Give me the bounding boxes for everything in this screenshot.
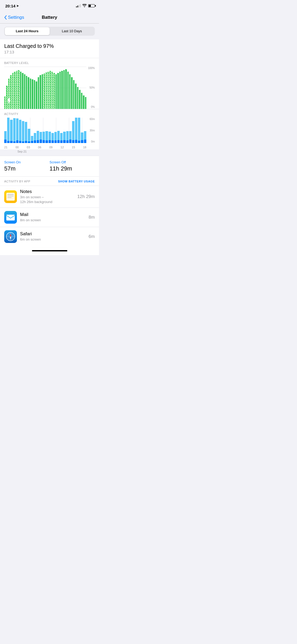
activity-bar-dark	[49, 140, 51, 143]
activity-bar-light	[22, 121, 24, 141]
safari-app-info: Safari 6m on screen	[20, 231, 85, 242]
screen-stats: Screen On 57m Screen Off 11h 29m	[0, 156, 99, 176]
activity-bar-light	[45, 131, 48, 140]
activity-bar-dark	[66, 140, 69, 143]
activity-bar-dark	[69, 140, 72, 143]
activity-bar-dark	[84, 140, 86, 143]
activity-bar-light	[10, 120, 12, 141]
x-label-18: 18	[83, 146, 86, 149]
svg-rect-3	[7, 196, 14, 196]
activity-bar-group	[10, 118, 12, 143]
activity-bar-light	[81, 132, 83, 140]
activity-bar-group	[31, 118, 33, 143]
activity-bar-light	[63, 132, 65, 140]
home-indicator	[0, 246, 99, 255]
activity-bar-group	[57, 118, 60, 143]
screen-on-value: 57m	[4, 165, 50, 172]
activity-bar-group	[51, 118, 54, 143]
back-button[interactable]: Settings	[4, 15, 24, 20]
notes-app-name: Notes	[20, 189, 74, 194]
activity-bar-dark	[37, 140, 39, 143]
activity-bar-dark	[4, 140, 7, 143]
x-label-06: 06	[38, 146, 41, 149]
x-label-12: 12	[60, 146, 64, 149]
lightning-icon	[6, 98, 11, 104]
last-charged-section: Last Charged to 97% 17:13	[0, 39, 99, 58]
activity-bar-light	[31, 136, 33, 141]
activity-y-labels: 60m 30m 0m	[90, 118, 95, 143]
screen-on-label: Screen On	[4, 160, 50, 164]
activity-bar-dark	[22, 141, 24, 143]
home-bar	[32, 250, 67, 251]
activity-bar-light	[13, 118, 16, 141]
activity-bar-group	[40, 118, 42, 143]
last-charged-time: 17:13	[4, 50, 95, 54]
activity-bar-light	[51, 133, 54, 141]
svg-rect-4	[7, 197, 12, 198]
svg-rect-6	[6, 215, 15, 220]
show-battery-usage-button[interactable]: SHOW BATTERY USAGE	[58, 180, 95, 183]
wifi-icon	[82, 4, 87, 8]
activity-bar-light	[72, 121, 74, 140]
activity-chart-label: ACTIVITY	[4, 112, 95, 116]
activity-bar-light	[66, 131, 69, 140]
activity-bar-dark	[57, 140, 60, 143]
app-item-mail[interactable]: Mail 8m on screen 8m	[0, 208, 99, 227]
sep21-label: Sep 21	[17, 150, 27, 153]
activity-bar-group	[43, 118, 45, 143]
activity-bar-light	[25, 122, 27, 141]
battery-bars-area	[4, 67, 86, 109]
activity-bar-group	[63, 118, 65, 143]
x-label-21: 21	[4, 146, 7, 149]
activity-bar-group	[54, 118, 57, 143]
svg-rect-1	[6, 193, 15, 201]
safari-app-icon	[4, 230, 17, 243]
status-bar: 20:14 ➤	[0, 0, 99, 12]
activity-bar-dark	[60, 140, 63, 143]
activity-bar-light	[75, 118, 77, 140]
activity-bar-light	[69, 131, 72, 140]
app-item-notes[interactable]: Notes 3m on screen –12h 26m background 1…	[0, 186, 99, 208]
activity-bar-group	[72, 118, 74, 143]
activity-bar-dark	[19, 141, 21, 143]
activity-bar-light	[34, 133, 36, 141]
notes-app-time: 12h 29m	[77, 194, 95, 199]
activity-by-app-label: ACTIVITY BY APP	[4, 180, 30, 183]
activity-x-labels: 21 00 03 06 09 12 15 18	[4, 145, 86, 149]
activity-bar-light	[43, 132, 45, 140]
activity-bar-dark	[81, 140, 83, 143]
activity-section: ACTIVITY 60m 30m 0m 21 00 03 06 09 12 15…	[0, 109, 99, 149]
activity-bar-dark	[10, 141, 12, 143]
activity-bar-light	[4, 131, 7, 140]
svg-rect-2	[7, 194, 14, 195]
notes-app-detail: 3m on screen –12h 26m background	[20, 195, 74, 204]
activity-bar-dark	[16, 140, 18, 143]
page-title: Battery	[42, 15, 57, 20]
activity-bar-dark	[34, 140, 36, 143]
activity-bar-dark	[40, 140, 42, 143]
activity-bars-area	[4, 118, 86, 143]
activity-bar-dark	[54, 140, 57, 143]
activity-bar-dark	[13, 141, 16, 143]
activity-bar-light	[60, 133, 63, 141]
segment-24h[interactable]: Last 24 Hours	[5, 27, 50, 35]
signal-bar-4	[80, 4, 81, 7]
activity-bar-group	[19, 118, 21, 143]
battery-chart-label: BATTERY LEVEL	[4, 61, 95, 65]
screen-off-value: 11h 29m	[50, 165, 95, 172]
last-charged-title: Last Charged to 97%	[4, 43, 95, 49]
activity-bar-group	[7, 118, 10, 143]
signal-bar-3	[79, 5, 79, 7]
safari-app-time: 6m	[88, 234, 95, 239]
mail-app-icon	[4, 211, 17, 224]
status-time: 20:14 ➤	[5, 4, 19, 8]
activity-bar-dark	[43, 140, 45, 143]
y-label-50: 50%	[88, 86, 95, 89]
activity-bar-light	[57, 131, 60, 140]
activity-bar-light	[37, 131, 39, 140]
segment-10d[interactable]: Last 10 Days	[50, 27, 95, 35]
app-item-safari[interactable]: Safari 6m on screen 6m	[0, 227, 99, 246]
x-label-15: 15	[72, 146, 75, 149]
y-label-100: 100%	[88, 67, 95, 70]
time-display: 20:14	[5, 4, 15, 8]
